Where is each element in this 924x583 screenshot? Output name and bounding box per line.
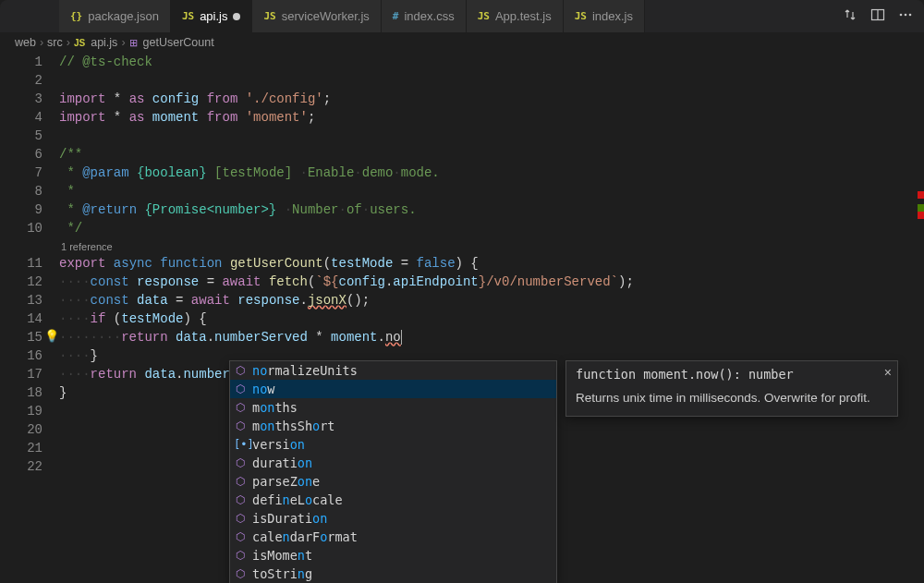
suggest-details: × function moment.now(): number Returns …: [565, 360, 898, 417]
close-icon[interactable]: ×: [884, 365, 892, 380]
symbol-method-icon: ⬡: [234, 364, 247, 377]
chevron-right-icon: ›: [67, 36, 70, 49]
symbol-method-icon: ⬡: [234, 512, 247, 525]
titlebar-actions: [832, 0, 924, 32]
more-actions-icon[interactable]: [898, 7, 913, 25]
dirty-indicator-icon: [233, 13, 240, 20]
codelens-references[interactable]: 1 reference: [59, 237, 911, 254]
tab-label: serviceWorker.js: [282, 9, 370, 23]
suggest-item[interactable]: ⬡ calendarFormat: [230, 528, 556, 546]
symbol-method-icon: ⬡: [234, 419, 247, 432]
tab-package-json[interactable]: {} package.json: [59, 0, 171, 32]
symbol-method-icon: ⬡: [234, 549, 247, 562]
js-file-icon: JS: [74, 38, 85, 48]
tab-app-test-js[interactable]: JS App.test.js: [467, 0, 564, 32]
symbol-method-icon: ⬡: [234, 567, 247, 580]
suggest-item[interactable]: ⬡ parseZone: [230, 472, 556, 491]
error-marker-icon[interactable]: [918, 212, 924, 219]
css-file-icon: #: [393, 10, 399, 22]
breadcrumb-segment[interactable]: getUserCount: [143, 36, 214, 49]
svg-point-2: [900, 14, 903, 17]
symbol-method-icon: ⬡: [234, 401, 247, 414]
breadcrumb-segment[interactable]: web: [15, 36, 36, 49]
suggest-item[interactable]: ⬡ isDuration: [230, 509, 556, 528]
tab-label: api.js: [200, 9, 227, 23]
chevron-right-icon: ›: [121, 36, 125, 49]
error-marker-icon[interactable]: [918, 191, 924, 199]
svg-point-3: [905, 14, 907, 17]
symbol-method-icon: ⬡: [234, 456, 247, 469]
tab-label: index.css: [404, 9, 454, 23]
lightbulb-quickfix-icon[interactable]: 💡: [44, 328, 59, 346]
chevron-right-icon: ›: [40, 36, 43, 49]
symbol-method-icon: ⊞: [129, 37, 138, 49]
line-number-gutter: 1 2 3 4 5 6 7 8 9 10 11 12 13 14 15 16 1…: [0, 53, 59, 583]
tab-index-js[interactable]: JS index.js: [564, 0, 645, 32]
compare-changes-icon[interactable]: [843, 7, 857, 25]
symbol-method-icon: ⬡: [234, 493, 247, 506]
editor-tabbar: {} package.json JS api.js JS serviceWork…: [0, 0, 924, 32]
tab-api-js[interactable]: JS api.js: [171, 0, 253, 32]
suggest-details-signature: function moment.now(): number: [576, 367, 888, 382]
breadcrumb-segment[interactable]: src: [47, 36, 63, 49]
js-file-icon: JS: [263, 10, 275, 22]
suggest-item[interactable]: ⬡ isMoment: [230, 546, 556, 565]
js-file-icon: JS: [478, 10, 490, 22]
js-file-icon: JS: [575, 10, 587, 22]
suggest-item[interactable]: ⬡ normalizeUnits: [230, 361, 556, 380]
diff-added-marker-icon[interactable]: [918, 204, 924, 212]
suggest-details-description: Returns unix time in milliseconds. Overw…: [576, 391, 888, 405]
tab-index-css[interactable]: # index.css: [382, 0, 467, 32]
symbol-method-icon: ⬡: [234, 475, 247, 488]
symbol-constant-icon: [•]: [234, 438, 247, 451]
suggest-widget[interactable]: ⬡ normalizeUnits ⬡ now ⬡ months ⬡ months…: [229, 360, 557, 583]
breadcrumb-segment[interactable]: api.js: [91, 36, 117, 49]
suggest-item[interactable]: ⬡ duration: [230, 454, 556, 472]
js-file-icon: JS: [182, 10, 194, 22]
breadcrumb[interactable]: web › src › JS api.js › ⊞ getUserCount: [0, 32, 924, 53]
suggest-item[interactable]: ⬡ now: [230, 380, 556, 398]
suggest-item[interactable]: ⬡ monthsShort: [230, 417, 556, 435]
suggest-item[interactable]: ⬡ months: [230, 398, 556, 417]
split-editor-icon[interactable]: [870, 7, 885, 25]
tab-label: App.test.js: [495, 9, 552, 23]
suggest-item[interactable]: ⬡ toString: [230, 565, 556, 583]
json-file-icon: {}: [70, 10, 82, 22]
symbol-method-icon: ⬡: [234, 383, 247, 395]
suggest-item[interactable]: ⬡ defineLocale: [230, 491, 556, 509]
tab-label: index.js: [592, 9, 633, 23]
suggest-item[interactable]: [•] version: [230, 435, 556, 454]
tab-label: package.json: [88, 9, 159, 23]
symbol-method-icon: ⬡: [234, 530, 247, 543]
svg-point-4: [909, 14, 912, 17]
tab-serviceworker-js[interactable]: JS serviceWorker.js: [252, 0, 381, 32]
